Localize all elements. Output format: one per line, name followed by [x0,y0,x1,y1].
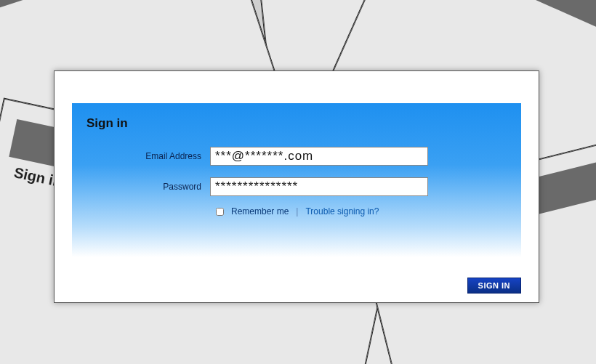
separator: | [296,206,298,217]
password-field[interactable] [210,177,428,196]
signin-panel: Sign in Email Address Password Remember … [72,103,521,257]
signin-button[interactable]: SIGN IN [467,278,521,294]
password-row: Password [72,177,521,196]
email-field[interactable] [210,147,428,166]
email-row: Email Address [72,147,521,166]
signin-dialog: Sign in Email Address Password Remember … [54,70,539,303]
dialog-title: Sign in [86,116,128,131]
email-label: Email Address [72,151,210,161]
remember-label: Remember me [231,206,289,217]
remember-checkbox[interactable] [216,208,224,216]
password-label: Password [72,182,210,192]
options-row: Remember me | Trouble signing in? [216,206,379,217]
trouble-link[interactable]: Trouble signing in? [305,206,379,217]
